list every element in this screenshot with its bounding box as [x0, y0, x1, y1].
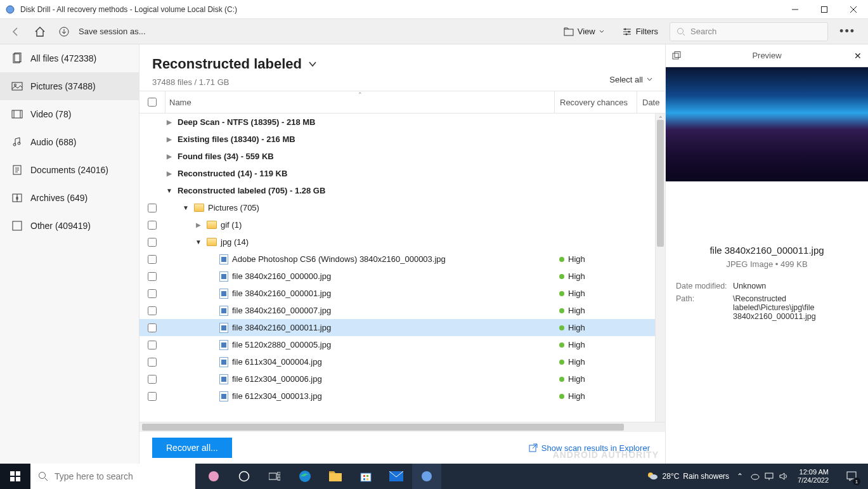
row-checkbox[interactable]	[148, 341, 157, 349]
folder-icon	[564, 27, 574, 37]
sidebar-item-pictures[interactable]: Pictures (37488)	[0, 72, 139, 100]
volume-icon[interactable]	[779, 472, 787, 481]
filters-button[interactable]: Filters	[616, 22, 664, 41]
column-recovery[interactable]: Recovery chances	[554, 91, 637, 113]
group-row[interactable]: ▼Reconstructed labeled (705) - 1.28 GB	[139, 182, 665, 199]
vertical-scrollbar[interactable]: ⌃	[655, 114, 665, 422]
close-button[interactable]	[839, 0, 868, 19]
row-checkbox[interactable]	[148, 323, 157, 332]
svg-rect-35	[10, 471, 15, 476]
row-checkbox[interactable]	[148, 306, 157, 315]
folder-row[interactable]: ▼Pictures (705)	[139, 199, 665, 216]
date-modified-label: Date modified:	[676, 282, 733, 290]
svg-rect-19	[12, 110, 22, 118]
row-checkbox[interactable]	[148, 221, 157, 230]
page-title[interactable]: Reconstructed labeled	[152, 56, 609, 72]
notifications-button[interactable]: 1	[839, 464, 864, 489]
tray-chevron-icon[interactable]: ⌃	[734, 472, 746, 481]
microsoft-store-icon[interactable]	[351, 464, 380, 489]
preview-image	[666, 67, 868, 181]
file-row[interactable]: file 612x304_000006.jpgHigh	[139, 370, 665, 388]
preview-close-button[interactable]: ✕	[854, 51, 862, 61]
watermark: ANDROID AUTHORITY	[553, 450, 659, 460]
svg-point-39	[39, 473, 46, 479]
svg-rect-34	[675, 51, 680, 57]
folder-icon	[207, 221, 217, 229]
file-row[interactable]: file 3840x2160_000007.jpgHigh	[139, 302, 665, 319]
start-button[interactable]	[0, 464, 30, 489]
group-row[interactable]: ▶Existing files (18340) - 216 MB	[139, 131, 665, 148]
taskbar-pinned-app[interactable]	[199, 464, 228, 489]
task-view-button[interactable]	[260, 464, 289, 489]
minimize-button[interactable]	[781, 0, 810, 19]
row-checkbox[interactable]	[148, 392, 157, 401]
svg-point-57	[751, 474, 759, 479]
file-row[interactable]: file 3840x2160_000011.jpgHigh	[139, 319, 665, 336]
group-row[interactable]: ▶Found files (34) - 559 KB	[139, 148, 665, 165]
file-row[interactable]: Adobe Photoshop CS6 (Windows) 3840x2160_…	[139, 251, 665, 268]
onedrive-icon[interactable]	[751, 472, 760, 481]
svg-point-12	[625, 33, 627, 35]
recover-bar: Recover all... Show scan results in Expl…	[139, 432, 665, 464]
file-row[interactable]: file 5120x2880_000005.jpgHigh	[139, 336, 665, 353]
sidebar-item-all-files[interactable]: All files (472338)	[0, 44, 139, 72]
maximize-button[interactable]	[810, 0, 839, 19]
column-date[interactable]: Date	[637, 91, 665, 113]
file-explorer-icon[interactable]	[321, 464, 350, 489]
home-button[interactable]	[30, 22, 49, 41]
select-all-button[interactable]: Select all	[609, 75, 652, 84]
svg-rect-47	[329, 473, 342, 481]
recover-all-button[interactable]: Recover all...	[152, 438, 232, 458]
row-checkbox[interactable]	[148, 238, 157, 247]
cortana-button[interactable]	[230, 464, 259, 489]
sidebar-item-other[interactable]: Other (409419)	[0, 212, 139, 240]
sidebar-item-documents[interactable]: Documents (24016)	[0, 156, 139, 184]
taskbar: Type here to search 28°C Rain showers ⌃ …	[0, 464, 868, 489]
row-checkbox[interactable]	[148, 272, 157, 281]
save-session-label[interactable]: Save session as...	[79, 27, 146, 36]
folder-row[interactable]: ▶gif (1)	[139, 216, 665, 233]
row-checkbox[interactable]	[148, 358, 157, 367]
preview-panel: Preview ✕ file 3840x2160_000011.jpg JPEG…	[665, 44, 868, 464]
svg-rect-36	[16, 471, 20, 476]
group-row[interactable]: ▶Reconstructed (14) - 119 KB	[139, 165, 665, 182]
column-name[interactable]: ⌃Name	[165, 91, 554, 113]
save-session-icon[interactable]	[55, 22, 74, 41]
group-row[interactable]: ▶Deep Scan - NTFS (18395) - 218 MB	[139, 114, 665, 131]
svg-point-10	[624, 28, 626, 30]
row-checkbox[interactable]	[148, 255, 157, 264]
row-checkbox[interactable]	[148, 289, 157, 298]
row-checkbox[interactable]	[148, 375, 157, 384]
more-button[interactable]: •••	[833, 25, 862, 38]
sidebar-item-video[interactable]: Video (78)	[0, 100, 139, 128]
select-all-checkbox[interactable]	[148, 98, 157, 107]
file-row[interactable]: file 3840x2160_000000.jpgHigh	[139, 268, 665, 285]
back-button[interactable]	[6, 22, 25, 41]
pictures-icon	[11, 81, 23, 92]
svg-rect-38	[16, 477, 20, 481]
horizontal-scrollbar[interactable]	[139, 422, 665, 432]
file-row[interactable]: file 3840x2160_000001.jpgHigh	[139, 285, 665, 302]
popout-button[interactable]	[672, 51, 681, 60]
mail-icon[interactable]	[382, 464, 411, 489]
edge-icon[interactable]	[290, 464, 320, 489]
sidebar-item-audio[interactable]: Audio (688)	[0, 128, 139, 156]
taskbar-running-app[interactable]	[412, 464, 441, 489]
network-icon[interactable]	[765, 472, 774, 481]
taskbar-search[interactable]: Type here to search	[30, 464, 195, 489]
file-row[interactable]: file 611x304_000004.jpgHigh	[139, 353, 665, 370]
sidebar-item-archives[interactable]: Archives (649)	[0, 184, 139, 212]
folder-row[interactable]: ▼jpg (14)	[139, 233, 665, 251]
table-header: ⌃Name Recovery chances Date	[139, 91, 665, 114]
row-checkbox[interactable]	[148, 204, 157, 212]
file-row[interactable]: file 612x304_000013.jpgHigh	[139, 388, 665, 405]
image-file-icon	[219, 391, 228, 401]
preview-title: Preview	[666, 51, 868, 60]
system-clock[interactable]: 12:09 AM 7/24/2022	[793, 468, 834, 485]
search-input[interactable]: Search	[670, 22, 828, 41]
chevron-down-icon	[599, 29, 604, 34]
view-dropdown[interactable]: View	[557, 22, 611, 41]
weather-widget[interactable]: 28°C Rain showers	[646, 470, 730, 483]
chevron-down-icon	[647, 77, 652, 82]
image-file-icon	[219, 323, 228, 333]
